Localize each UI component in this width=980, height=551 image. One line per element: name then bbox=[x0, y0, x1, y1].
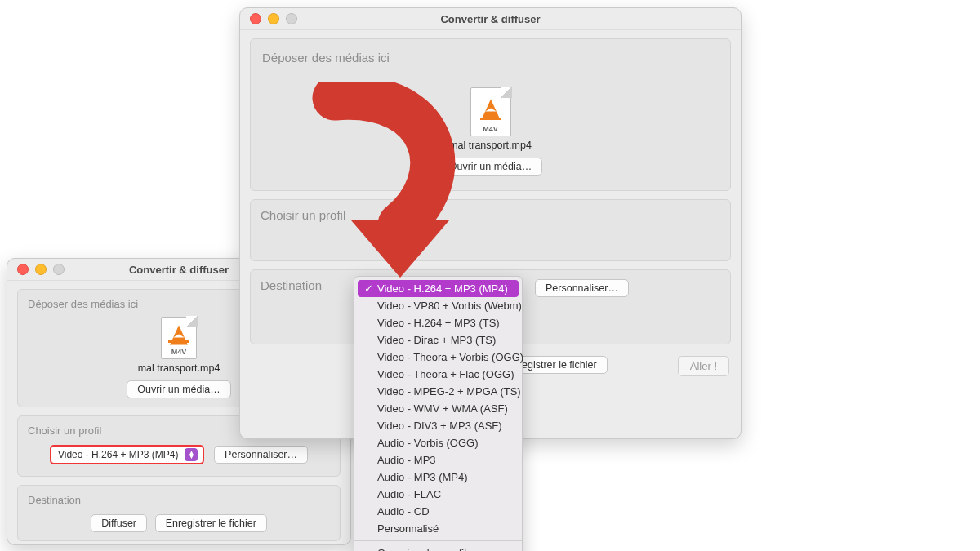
filename: mal transport.mp4 bbox=[262, 140, 719, 151]
minimize-icon[interactable] bbox=[268, 13, 279, 24]
menu-item[interactable]: Video - WMV + WMA (ASF) bbox=[354, 400, 522, 417]
save-file-button-partial[interactable]: egistrer le fichier bbox=[516, 356, 608, 374]
menu-item[interactable]: Video - Theora + Flac (OGG) bbox=[354, 366, 522, 383]
go-button[interactable]: Aller ! bbox=[678, 356, 729, 376]
menu-separator bbox=[354, 540, 522, 541]
menu-item[interactable]: Audio - Vorbis (OGG) bbox=[354, 434, 522, 451]
destination-panel-small: Destination Diffuser Enregistrer le fich… bbox=[17, 485, 341, 541]
window-title: Convertir & diffuser bbox=[240, 13, 741, 25]
zoom-icon[interactable] bbox=[286, 13, 297, 24]
save-file-button[interactable]: Enregistrer le fichier bbox=[155, 514, 267, 532]
menu-item-organize[interactable]: Organiser les profils… bbox=[354, 544, 522, 551]
stream-button[interactable]: Diffuser bbox=[91, 514, 147, 532]
destination-title: Destination bbox=[28, 494, 330, 506]
file-icon: M4V bbox=[470, 87, 511, 136]
menu-item[interactable]: Video - MPEG-2 + MPGA (TS) bbox=[354, 383, 522, 400]
file-ext: M4V bbox=[161, 348, 197, 356]
close-icon[interactable] bbox=[17, 264, 29, 275]
titlebar-main: Convertir & diffuser bbox=[240, 8, 741, 30]
zoom-icon[interactable] bbox=[53, 264, 65, 275]
profile-select[interactable]: Video - H.264 + MP3 (MP4) ▲▼ bbox=[50, 445, 205, 464]
traffic-lights bbox=[240, 13, 297, 24]
profile-dropdown-menu[interactable]: Video - H.264 + MP3 (MP4) Video - VP80 +… bbox=[354, 276, 523, 551]
menu-item[interactable]: Audio - MP3 (MP4) bbox=[354, 469, 522, 486]
profile-select-value: Video - H.264 + MP3 (MP4) bbox=[58, 449, 179, 460]
file-icon: M4V bbox=[161, 317, 197, 359]
drop-title: Déposer des médias ici bbox=[262, 51, 719, 64]
menu-item[interactable]: Video - H.264 + MP3 (TS) bbox=[354, 314, 522, 331]
menu-item[interactable]: Video - H.264 + MP3 (MP4) bbox=[358, 280, 519, 297]
drop-panel: Déposer des médias ici M4V mal transport… bbox=[250, 38, 731, 191]
traffic-lights bbox=[7, 264, 65, 275]
customize-button[interactable]: Personnaliser… bbox=[214, 446, 308, 464]
minimize-icon[interactable] bbox=[35, 264, 47, 275]
menu-item[interactable]: Audio - FLAC bbox=[354, 486, 522, 503]
menu-item[interactable]: Audio - MP3 bbox=[354, 451, 522, 469]
profile-panel: Choisir un profil bbox=[250, 199, 731, 261]
menu-item[interactable]: Personnalisé bbox=[354, 520, 522, 537]
menu-item[interactable]: Video - VP80 + Vorbis (Webm) bbox=[354, 297, 522, 314]
menu-item[interactable]: Video - DIV3 + MP3 (ASF) bbox=[354, 417, 522, 434]
customize-button[interactable]: Personnaliser… bbox=[535, 279, 629, 297]
close-icon[interactable] bbox=[250, 13, 261, 24]
menu-item[interactable]: Video - Theora + Vorbis (OGG) bbox=[354, 349, 522, 366]
profile-title: Choisir un profil bbox=[261, 208, 720, 222]
file-ext: M4V bbox=[470, 125, 511, 133]
menu-item[interactable]: Audio - CD bbox=[354, 503, 522, 520]
select-chevron-icon: ▲▼ bbox=[185, 448, 198, 461]
open-media-button[interactable]: Ouvrir un média… bbox=[439, 158, 542, 176]
open-media-button[interactable]: Ouvrir un média… bbox=[127, 380, 230, 398]
menu-item[interactable]: Video - Dirac + MP3 (TS) bbox=[354, 331, 522, 349]
